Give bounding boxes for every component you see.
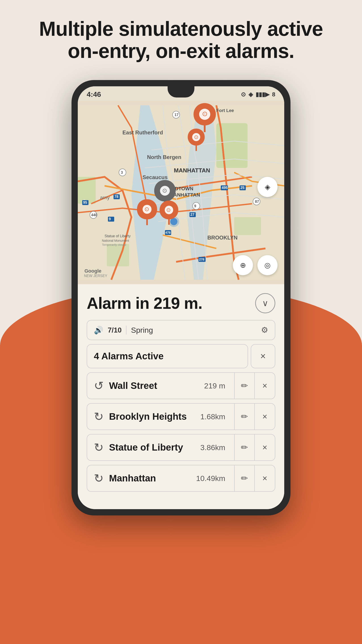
alarm-edit-button-0[interactable]: ✏ xyxy=(235,373,255,399)
alarm-edit-button-1[interactable]: ✏ xyxy=(235,404,255,430)
map-compass-button[interactable]: ⊕ xyxy=(233,255,253,275)
phone-frame: 4:46 ⊙ ◈ ▮▮▮▶ 8 xyxy=(71,80,291,516)
svg-text:Statue of Liberty: Statue of Liberty xyxy=(105,234,131,238)
alarm-item-main-0: ↻ Wall Street 219 m xyxy=(87,373,234,399)
alarm-actions-2: ✏ × xyxy=(234,434,275,460)
layers-icon: ◈ xyxy=(265,183,270,191)
alarm-actions-1: ✏ × xyxy=(234,404,275,430)
svg-text:Fort Lee: Fort Lee xyxy=(216,108,234,113)
svg-text:⊙: ⊙ xyxy=(202,110,208,118)
headline-text: Multiple simulatenously active xyxy=(39,18,323,40)
svg-text:9: 9 xyxy=(109,217,111,221)
svg-text:arny: arny xyxy=(100,195,110,200)
svg-text:⊙: ⊙ xyxy=(144,206,149,212)
svg-text:95: 95 xyxy=(83,200,87,204)
alarm-distance-label: Alarm in 219 m. xyxy=(87,294,202,312)
headline-text-2: on-entry, on-exit alarms. xyxy=(68,40,294,62)
alarm-type-icon: ↻ xyxy=(94,441,104,454)
alarm-close-button-0[interactable]: × xyxy=(255,373,275,399)
alarm-list-item: ↻ Statue of Liberty 3.86km ✏ × xyxy=(87,434,275,461)
location-icon: ◎ xyxy=(264,261,271,270)
chevron-down-button[interactable]: ∨ xyxy=(255,293,275,313)
svg-text:87: 87 xyxy=(255,200,259,204)
svg-text:78: 78 xyxy=(114,195,118,198)
map-layers-button[interactable]: ◈ xyxy=(257,177,278,197)
alarm-distance-0: 219 m xyxy=(204,382,228,390)
close-icon: × xyxy=(262,381,267,391)
svg-text:⊙: ⊙ xyxy=(162,187,167,194)
svg-text:BROOKLYN: BROOKLYN xyxy=(207,234,238,240)
svg-point-39 xyxy=(193,202,200,210)
close-icon: × xyxy=(260,351,266,362)
alarm-actions-0: ✏ × xyxy=(234,373,275,399)
alarm-type-icon: ↻ xyxy=(94,472,104,485)
sound-level: 7/10 xyxy=(108,326,122,334)
page-container: Multiple simulatenously active on-entry,… xyxy=(0,0,362,516)
svg-text:⊙: ⊙ xyxy=(166,207,171,213)
alarm-info-2: Statue of Liberty xyxy=(109,442,195,453)
alarm-edit-button-2[interactable]: ✏ xyxy=(235,434,255,460)
alarms-active-close-button[interactable]: × xyxy=(251,344,275,368)
svg-text:478: 478 xyxy=(165,231,171,234)
svg-text:Google: Google xyxy=(84,268,101,274)
svg-text:27: 27 xyxy=(190,213,194,216)
svg-text:MANHATTAN: MANHATTAN xyxy=(174,167,210,174)
bottom-panel: Alarm in 219 m. ∨ 🔊 7/10 Spring ⚙ 4 Alar… xyxy=(78,284,284,509)
sound-name: Spring xyxy=(131,326,257,334)
alarm-info-3: Manhattan xyxy=(109,473,191,484)
camera-notch xyxy=(168,86,194,98)
svg-text:278: 278 xyxy=(199,258,204,261)
status-icons: ⊙ ◈ ▮▮▮▶ 8 xyxy=(241,91,275,98)
alarm-info-1: Brooklyn Heights xyxy=(109,411,195,422)
alarm-type-icon: ↻ xyxy=(94,379,104,392)
alarm-item-main-3: ↻ Manhattan 10.49km xyxy=(87,465,234,491)
edit-icon: ✏ xyxy=(241,412,248,422)
alarm-type-icon: ↻ xyxy=(94,410,104,423)
alarm-close-button-3[interactable]: × xyxy=(255,465,275,491)
svg-text:National Monument: National Monument xyxy=(102,239,129,242)
alarm-name-0: Wall Street xyxy=(109,380,199,391)
alarm-item-main-2: ↻ Statue of Liberty 3.86km xyxy=(87,434,234,460)
alarm-list-item: ↻ Wall Street 219 m ✏ × xyxy=(87,372,275,399)
settings-gear-icon[interactable]: ⚙ xyxy=(261,325,268,335)
alarms-active-button[interactable]: 4 Alarms Active xyxy=(87,344,248,368)
alarm-item-main-1: ↻ Brooklyn Heights 1.68km xyxy=(87,404,234,430)
alarm-list-item: ↻ Manhattan 10.49km ✏ × xyxy=(87,465,275,492)
svg-text:Temporarily closed: Temporarily closed xyxy=(102,243,126,246)
close-icon: × xyxy=(262,443,267,452)
edit-icon: ✏ xyxy=(241,442,248,452)
alarm-name-2: Statue of Liberty xyxy=(109,442,195,453)
compass-icon: ⊕ xyxy=(240,261,246,270)
alarm-edit-button-3[interactable]: ✏ xyxy=(235,465,255,491)
svg-rect-4 xyxy=(234,217,261,235)
map-location-button[interactable]: ◎ xyxy=(257,255,278,275)
alarm-list: ↻ Wall Street 219 m ✏ × ↻ Brooklyn Heigh… xyxy=(87,372,275,492)
battery-icon: ▮▮▮▶ xyxy=(256,91,270,98)
sound-divider xyxy=(126,326,126,334)
wifi-icon: ◈ xyxy=(249,91,253,98)
alarms-active-row: 4 Alarms Active × xyxy=(87,344,275,368)
alarm-close-button-2[interactable]: × xyxy=(255,434,275,460)
svg-text:NEW JERSEY: NEW JERSEY xyxy=(84,274,107,278)
svg-text:3: 3 xyxy=(121,170,123,174)
map-area: East Rutherford North Bergen Secaucus ar… xyxy=(78,101,284,284)
svg-text:495: 495 xyxy=(222,186,228,190)
alarm-close-button-1[interactable]: × xyxy=(255,404,275,430)
alarm-distance-1: 1.68km xyxy=(200,412,228,421)
edit-icon: ✏ xyxy=(241,474,248,483)
status-bar: 4:46 ⊙ ◈ ▮▮▮▶ 8 xyxy=(78,86,284,101)
alarm-info-0: Wall Street xyxy=(109,380,199,391)
status-time: 4:46 xyxy=(87,90,101,98)
close-icon: × xyxy=(262,474,267,483)
phone-inner: 4:46 ⊙ ◈ ▮▮▮▶ 8 xyxy=(78,86,284,509)
alarm-distance-3: 10.49km xyxy=(196,474,228,483)
sound-row: 🔊 7/10 Spring ⚙ xyxy=(87,320,275,340)
svg-text:East Rutherford: East Rutherford xyxy=(122,130,163,136)
close-icon: × xyxy=(262,412,267,422)
svg-text:9: 9 xyxy=(194,204,196,208)
alarm-name-3: Manhattan xyxy=(109,473,191,484)
chevron-down-icon: ∨ xyxy=(262,298,268,308)
signal-icon: ⊙ xyxy=(241,91,246,98)
svg-text:North Bergen: North Bergen xyxy=(147,154,181,160)
status-number: 8 xyxy=(272,91,275,98)
